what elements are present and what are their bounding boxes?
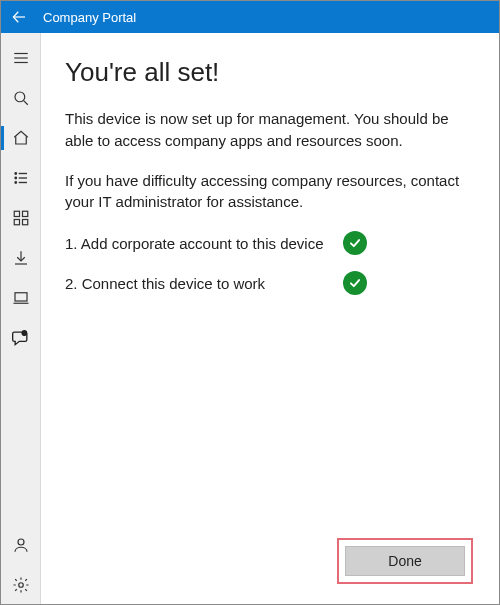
setup-step-label: 2. Connect this device to work: [65, 275, 329, 292]
footer: Done: [65, 538, 475, 588]
done-highlight: Done: [337, 538, 473, 584]
intro-paragraph-1: This device is now set up for management…: [65, 108, 475, 152]
step-status-badge: [343, 231, 367, 255]
svg-point-8: [15, 182, 17, 184]
svg-rect-18: [15, 293, 27, 301]
search-icon: [12, 89, 30, 107]
back-arrow-icon: [10, 8, 28, 26]
body: ? You're all set! This device is now set…: [1, 33, 499, 604]
sidebar-item-downloads[interactable]: [1, 239, 41, 277]
svg-rect-15: [22, 220, 27, 225]
setup-step: 1. Add corporate account to this device: [65, 231, 475, 255]
setup-step: 2. Connect this device to work: [65, 271, 475, 295]
setup-step-label: 1. Add corporate account to this device: [65, 235, 329, 252]
list-icon: [12, 169, 30, 187]
svg-point-22: [18, 539, 24, 545]
sidebar-item-devices[interactable]: [1, 279, 41, 317]
svg-rect-14: [14, 220, 19, 225]
gear-icon: [12, 576, 30, 594]
hamburger-icon: [12, 49, 30, 67]
sidebar-item-settings[interactable]: [1, 566, 41, 604]
sidebar-item-apps[interactable]: [1, 159, 41, 197]
sidebar-item-support[interactable]: ?: [1, 319, 41, 357]
svg-rect-12: [14, 211, 19, 216]
sidebar: ?: [1, 33, 41, 604]
sidebar-item-profile[interactable]: [1, 526, 41, 564]
svg-point-23: [18, 583, 23, 588]
sidebar-item-home[interactable]: [1, 119, 41, 157]
svg-point-7: [15, 177, 17, 179]
app-window: Company Portal: [0, 0, 500, 605]
svg-point-6: [15, 173, 17, 175]
home-icon: [12, 129, 30, 147]
hamburger-button[interactable]: [1, 39, 41, 77]
intro-paragraph-2: If you have difficulty accessing company…: [65, 170, 475, 214]
app-title: Company Portal: [43, 10, 136, 25]
support-icon: ?: [11, 328, 31, 348]
svg-point-4: [15, 92, 25, 102]
page-title: You're all set!: [65, 57, 475, 88]
back-button[interactable]: [9, 7, 29, 27]
step-status-badge: [343, 271, 367, 295]
download-icon: [12, 249, 30, 267]
grid-icon: [12, 209, 30, 227]
svg-rect-13: [22, 211, 27, 216]
sidebar-item-categories[interactable]: [1, 199, 41, 237]
person-icon: [12, 536, 30, 554]
checkmark-icon: [348, 236, 362, 250]
search-button[interactable]: [1, 79, 41, 117]
titlebar: Company Portal: [1, 1, 499, 33]
main-content: You're all set! This device is now set u…: [41, 33, 499, 604]
checkmark-icon: [348, 276, 362, 290]
device-icon: [12, 289, 30, 307]
svg-line-5: [23, 101, 27, 105]
done-button[interactable]: Done: [345, 546, 465, 576]
